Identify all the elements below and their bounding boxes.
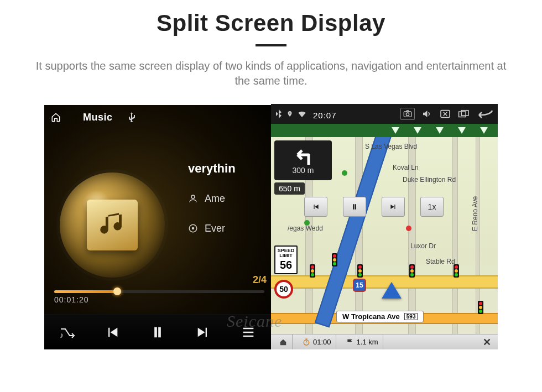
pause-button[interactable] — [144, 318, 171, 346]
poi-pin-icon — [342, 170, 347, 176]
svg-point-5 — [406, 113, 409, 116]
footer-home-button[interactable] — [274, 334, 293, 349]
speed-limit-sign: SPEED LIMIT 56 — [274, 245, 298, 274]
svg-rect-8 — [461, 111, 468, 116]
traffic-light-icon — [357, 264, 363, 278]
map-canvas[interactable]: 15 S Las Vegas Blvd Koval Ln Duke Elling… — [271, 137, 498, 334]
simulation-controls: 1x — [304, 197, 444, 217]
speed-limit-mid: LIMIT — [275, 253, 296, 258]
street-label: /egas Wedd — [288, 224, 323, 232]
album-art[interactable] — [60, 173, 165, 278]
sim-next-button[interactable] — [382, 197, 405, 217]
svg-point-9 — [304, 339, 309, 344]
footer-remaining: 1.1 km — [342, 334, 383, 349]
svg-point-0 — [191, 195, 195, 198]
music-title-label: Music — [83, 112, 113, 123]
screenshot-icon[interactable] — [400, 108, 415, 120]
street-label: E Reno Ave — [471, 196, 479, 231]
footer-eta: 01:00 — [298, 334, 336, 349]
next-button[interactable] — [189, 318, 217, 346]
track-current-title: verythin — [188, 161, 236, 176]
progress-bar[interactable] — [54, 290, 264, 293]
traffic-light-icon — [409, 264, 415, 278]
vehicle-marker — [382, 282, 402, 299]
footer-eta-value: 01:00 — [313, 338, 331, 346]
road — [452, 137, 458, 334]
track-next1[interactable]: Ame — [188, 184, 271, 213]
lane-guidance-bar — [271, 124, 498, 137]
music-controls: ♪ — [44, 314, 271, 349]
lane-arrow-icon — [414, 127, 421, 134]
footer-remaining-value: 1.1 km — [357, 338, 378, 346]
speed-limit-value: 56 — [275, 259, 296, 270]
track-next2-title: Ever — [205, 223, 225, 234]
track-current[interactable]: verythin — [188, 154, 271, 184]
current-street-pill: W Tropicana Ave 593 — [336, 311, 424, 322]
track-list: verythin Ame Ever — [188, 154, 271, 243]
home-icon — [279, 338, 288, 346]
approach-distance: 650 m — [274, 182, 305, 195]
navigation-pane: 20:07 — [271, 105, 498, 349]
device-screenshot: Music verythin Ame — [44, 105, 498, 349]
street-label: S Las Vegas Blvd — [365, 143, 417, 150]
music-note-icon — [87, 200, 138, 250]
sim-speed-button[interactable]: 1x — [420, 197, 444, 217]
lane-arrow-icon — [392, 127, 399, 134]
recents-icon[interactable] — [457, 108, 471, 120]
bluetooth-icon — [275, 109, 282, 118]
location-icon — [286, 109, 293, 118]
progress-knob[interactable] — [113, 288, 121, 295]
traffic-light-icon — [454, 264, 459, 278]
traffic-light-icon — [332, 253, 337, 266]
person-icon — [188, 194, 198, 203]
svg-rect-7 — [459, 112, 466, 117]
usb-icon — [128, 112, 135, 122]
traffic-light-icon — [478, 301, 483, 314]
street-label: Koval Ln — [393, 164, 419, 171]
prev-button[interactable] — [98, 318, 126, 346]
sim-prev-button[interactable] — [304, 197, 327, 217]
lane-arrow-icon — [436, 127, 444, 134]
flag-icon — [346, 338, 354, 346]
current-street-num: 593 — [404, 313, 418, 320]
svg-text:♪: ♪ — [60, 331, 64, 339]
android-statusbar: 20:07 — [271, 104, 498, 124]
turn-indicator: 300 m — [274, 140, 332, 180]
progress-fill — [54, 290, 117, 293]
page-title: Split Screen Display — [157, 10, 385, 36]
interstate-shield: 15 — [353, 279, 366, 292]
title-underline — [256, 44, 286, 46]
home-icon[interactable] — [51, 112, 61, 122]
poi-pin-icon — [406, 226, 411, 231]
page-subtitle: It supports the same screen display of t… — [28, 59, 514, 88]
street-label: Stable Rd — [426, 258, 455, 265]
svg-point-2 — [192, 228, 194, 229]
traffic-light-icon — [310, 264, 315, 278]
statusbar-time: 20:07 — [313, 111, 337, 120]
turn-distance: 300 m — [293, 166, 314, 175]
lane-arrow-icon — [458, 127, 466, 134]
elapsed-time: 00:01:20 — [54, 295, 264, 304]
wifi-icon — [298, 111, 306, 117]
track-counter: 2/4 — [253, 274, 267, 286]
stopwatch-icon — [303, 338, 310, 346]
track-next1-artist: Ame — [205, 193, 225, 205]
close-app-icon[interactable] — [438, 108, 452, 120]
nav-footer: 01:00 1.1 km ✕ — [271, 334, 498, 349]
street-label: Duke Ellington Rd — [403, 176, 456, 184]
shuffle-button[interactable]: ♪ — [53, 318, 81, 346]
track-next2[interactable]: Ever — [188, 213, 271, 243]
playlist-button[interactable] — [234, 318, 262, 346]
current-street-name: W Tropicana Ave — [342, 312, 400, 321]
turn-left-icon — [290, 146, 316, 166]
street-label: Luxor Dr — [410, 242, 436, 250]
back-icon[interactable] — [478, 109, 493, 119]
poi-pin-icon — [304, 220, 310, 226]
music-topbar: Music — [44, 105, 271, 129]
disc-icon — [188, 223, 198, 233]
lane-arrow-icon — [480, 127, 488, 134]
footer-close-button[interactable]: ✕ — [479, 336, 494, 348]
sim-pause-button[interactable] — [343, 197, 366, 217]
volume-icon[interactable] — [419, 108, 434, 120]
progress-area: 00:01:20 — [54, 290, 264, 304]
